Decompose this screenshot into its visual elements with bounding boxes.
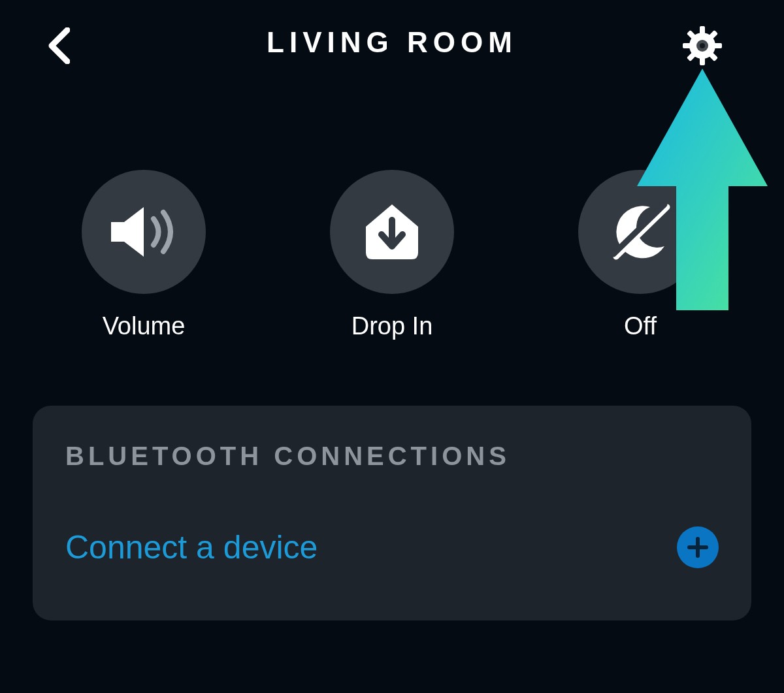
dropin-action: Drop In xyxy=(294,170,490,340)
volume-button[interactable] xyxy=(82,170,206,294)
volume-icon xyxy=(105,199,183,265)
dropin-label: Drop In xyxy=(351,312,433,340)
moon-off-icon xyxy=(604,199,676,265)
bluetooth-section-title: BLUETOOTH CONNECTIONS xyxy=(65,442,719,471)
dnd-button[interactable] xyxy=(578,170,702,294)
settings-button[interactable] xyxy=(683,26,722,65)
header: LIVING ROOM xyxy=(0,0,784,85)
actions-row: Volume Drop In Off xyxy=(0,170,784,340)
connect-device-row[interactable]: Connect a device xyxy=(65,526,719,568)
connect-device-label: Connect a device xyxy=(65,528,318,566)
back-button[interactable] xyxy=(39,26,78,65)
volume-label: Volume xyxy=(103,312,186,340)
dnd-label: Off xyxy=(624,312,657,340)
svg-point-10 xyxy=(700,43,705,48)
gear-icon xyxy=(683,26,722,65)
plus-icon xyxy=(686,536,710,559)
add-device-button[interactable] xyxy=(677,526,719,568)
dropin-icon xyxy=(359,199,425,265)
bluetooth-card: BLUETOOTH CONNECTIONS Connect a device xyxy=(33,406,751,620)
dropin-button[interactable] xyxy=(330,170,454,294)
dnd-action: Off xyxy=(542,170,738,340)
volume-action: Volume xyxy=(46,170,242,340)
page-title: LIVING ROOM xyxy=(267,26,517,59)
chevron-left-icon xyxy=(48,27,70,64)
